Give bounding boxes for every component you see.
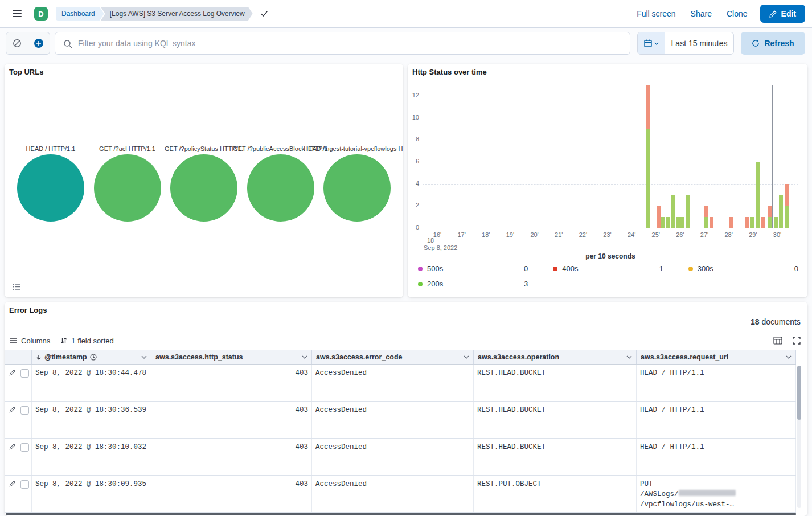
date-picker: Last 15 minutes	[637, 32, 734, 55]
bar-200s	[779, 195, 783, 228]
pie-chart: GET /?acl HTTP/1.1	[94, 154, 161, 222]
chevron-down-icon[interactable]	[786, 355, 792, 359]
cell-request-uri: HEAD / HTTP/1.1	[637, 402, 796, 438]
cell-operation: REST.HEAD.BUCKET	[474, 365, 637, 401]
full-screen-button[interactable]: Full screen	[637, 9, 675, 18]
kql-search-input[interactable]	[55, 32, 630, 54]
cell-http-status: 403	[151, 476, 312, 512]
calendar-button[interactable]	[638, 32, 665, 54]
display-options-icon[interactable]	[773, 337, 782, 345]
grid-column-header[interactable]: aws.s3access.request_uri	[637, 350, 796, 364]
row-checkbox[interactable]	[20, 480, 29, 489]
share-button[interactable]: Share	[691, 9, 712, 18]
edit-document-icon[interactable]	[9, 406, 16, 413]
time-range-button[interactable]: Last 15 minutes	[665, 32, 733, 54]
redacted-account-id	[679, 490, 736, 496]
vertical-scrollbar-thumb[interactable]	[797, 366, 801, 420]
breadcrumb-current: [Logs AWS] S3 Server Access Log Overview	[101, 7, 253, 21]
pie-slice[interactable]	[247, 154, 314, 222]
grid-column-header[interactable]: @timestamp	[32, 350, 151, 364]
grid-column-header[interactable]: aws.s3access.error_code	[312, 350, 474, 364]
row-controls	[5, 402, 32, 438]
http-status-plot: 02468101216'17'18'19'20'21'22'23'24'25'2…	[423, 85, 798, 228]
x-axis-context-date: Sep 8, 2022	[424, 244, 457, 251]
sort-icon	[60, 337, 67, 344]
row-checkbox[interactable]	[20, 406, 29, 415]
row-checkbox[interactable]	[20, 443, 29, 452]
legend-item[interactable]: 300s0	[688, 264, 798, 273]
legend-toggle-icon[interactable]	[13, 283, 21, 290]
bar-400s	[761, 217, 765, 228]
y-gridline	[423, 140, 798, 140]
row-controls	[5, 439, 32, 475]
document-count-label: documents	[762, 317, 801, 326]
plus-circle-icon	[34, 38, 44, 48]
bar-200s	[680, 217, 684, 228]
space-avatar[interactable]: D	[34, 7, 48, 21]
chevron-down-icon[interactable]	[141, 355, 147, 359]
bar-400s	[729, 217, 733, 228]
chevron-down-icon[interactable]	[464, 355, 469, 359]
cell-http-status: 403	[151, 402, 312, 438]
columns-icon	[9, 337, 17, 344]
y-axis-label: 0	[408, 224, 419, 231]
pie-slice[interactable]	[94, 154, 161, 222]
pie-label: GET /?policyStatus HTTP/1.	[165, 145, 243, 152]
y-gridline	[423, 206, 798, 206]
x-axis-label: 29'	[744, 231, 761, 238]
clone-button[interactable]: Clone	[727, 9, 748, 18]
breadcrumb-dashboard[interactable]: Dashboard	[56, 7, 104, 21]
legend-label: 400s	[562, 264, 578, 273]
x-axis-label: 28'	[720, 231, 737, 238]
legend-label: 500s	[427, 264, 443, 273]
legend-item[interactable]: 200s3	[418, 280, 528, 288]
refresh-button[interactable]: Refresh	[741, 32, 805, 55]
chevron-down-icon[interactable]	[302, 355, 307, 359]
check-icon[interactable]	[260, 9, 269, 18]
refresh-button-label: Refresh	[764, 39, 794, 48]
kql-search-box	[55, 32, 630, 55]
pie-slice[interactable]	[170, 154, 237, 222]
sort-fields-button[interactable]: 1 field sorted	[60, 337, 113, 345]
top-urls-pies: HEAD / HTTP/1.1GET /?acl HTTP/1.1GET /?p…	[5, 64, 403, 297]
legend-item[interactable]: 400s1	[553, 264, 663, 273]
edit-document-icon[interactable]	[9, 369, 16, 376]
horizontal-scrollbar[interactable]	[6, 513, 796, 515]
grid-column-header[interactable]: aws.s3access.operation	[474, 350, 637, 364]
y-gridline	[423, 184, 798, 185]
menu-icon[interactable]	[7, 3, 27, 24]
http-status-panel: Http Status over time 02468101216'17'18'…	[408, 64, 807, 297]
pie-slice[interactable]	[17, 154, 84, 222]
edit-button-label: Edit	[781, 9, 796, 18]
panel-title-error-logs: Error Logs	[9, 306, 47, 314]
edit-document-icon[interactable]	[9, 443, 16, 450]
cell-operation: REST.PUT.OBJECT	[474, 476, 637, 512]
x-axis-label: 22'	[575, 231, 592, 238]
pie-chart: HEAD / HTTP/1.1	[17, 154, 84, 222]
y-axis-label: 8	[408, 136, 419, 142]
add-control-button[interactable]	[28, 32, 50, 54]
cell-timestamp: Sep 8, 2022 @ 18:30:36.539	[32, 402, 151, 438]
bar-200s	[686, 195, 690, 228]
row-controls	[5, 365, 32, 401]
x-axis-title: per 10 seconds	[423, 252, 798, 260]
legend-value: 3	[524, 280, 528, 288]
control-settings-button[interactable]	[6, 32, 28, 54]
bar-200s	[704, 217, 708, 228]
pie-slice[interactable]	[323, 154, 391, 222]
fullscreen-grid-icon[interactable]	[793, 337, 801, 345]
row-checkbox[interactable]	[20, 369, 29, 378]
chevron-down-icon[interactable]	[626, 355, 632, 359]
edit-document-icon[interactable]	[9, 480, 16, 487]
columns-button[interactable]: Columns	[9, 337, 50, 345]
y-axis-label: 4	[408, 180, 419, 187]
cell-http-status: 403	[151, 365, 312, 401]
x-axis-label: 23'	[598, 231, 616, 238]
cell-operation: REST.HEAD.BUCKET	[474, 402, 637, 438]
grid-column-header[interactable]: aws.s3access.http_status	[151, 350, 312, 364]
edit-button[interactable]: Edit	[760, 5, 805, 23]
vertical-scrollbar[interactable]	[797, 366, 801, 508]
column-label: @timestamp	[44, 353, 87, 361]
chevron-down-icon	[654, 42, 659, 45]
legend-item[interactable]: 500s0	[418, 264, 528, 273]
